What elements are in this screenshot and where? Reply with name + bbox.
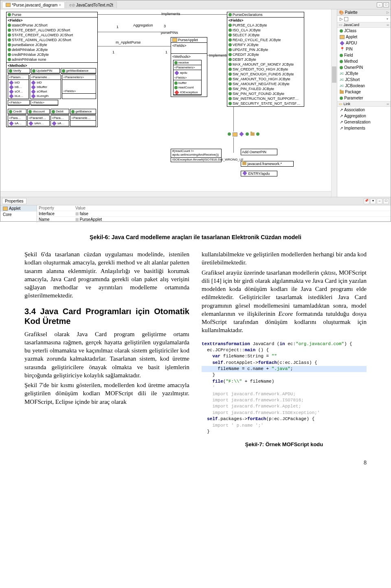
field-row[interactable]: purseBalance JCByte [8,42,96,47]
purse-class-box[interactable]: Purse <Fields> stateOfPurse JCShort STAT… [6,12,98,127]
code-text: ec.JCProject:: [202,348,245,352]
close-icon[interactable]: × [59,3,61,7]
category-core[interactable]: Core [0,211,37,218]
params-header: <Paramete… [30,75,61,80]
field-row[interactable]: MAX_AMOUNT_OF_MONEY JCByte [228,62,303,67]
params-box[interactable]: <Para…sA… [8,115,26,126]
field-row[interactable]: STATE_ADMIN_ALLOWED JCShort [8,37,96,42]
palette-group-link[interactable]: ▭ Link∞ [337,101,391,107]
palette-item-aggregation[interactable]: ↗Aggregation [337,113,391,119]
method-credit[interactable]: Credit [8,109,26,115]
chevron-right-icon[interactable]: ▷ [387,11,389,14]
tab-diagram[interactable]: *Purse.javacard_diagram × [2,2,65,8]
package-framework[interactable]: javacard.framework.* [241,161,294,167]
if-block-box[interactable]: if(readCount != apdu.setIncomingAndRecei… [171,149,222,162]
field-row[interactable]: creditPINValue JCByte [8,52,96,57]
apdu-icon[interactable] [239,132,244,136]
palette-select-tool[interactable]: ▷▾ [337,16,391,22]
scrollbar-vertical[interactable] [331,9,337,197]
fields-box[interactable]: <Fields> [31,100,58,106]
palette-item-implements[interactable]: ↗Implements [337,125,391,131]
add-ownerpin-button[interactable]: Add OwnerPIN [241,149,277,155]
field-row[interactable]: SW_AMOUNT_TOO_HIGH JCByte [228,77,303,81]
field-row[interactable]: SW_CREDIT_TOO_HIGH JCByte [228,67,303,72]
pursedecl-box[interactable]: PurseDeclarations <Fields> PURSE_CLA JCB… [227,12,304,107]
fields-box[interactable]: <Fields> [8,100,30,106]
palette-item-ownerpin[interactable]: OwnerPIN [337,64,391,70]
field-row[interactable]: ISO_CLA JCByte [228,28,303,33]
field-row[interactable]: SELECT JCByte [228,33,303,37]
params-box[interactable]: <Paramete… bID bBuffer sOffset bLength [30,75,61,99]
tab-properties[interactable]: Properties [2,198,26,204]
method-updatepin[interactable]: UpdatePIN [31,68,60,74]
field-row[interactable]: debitPINValue JCByte [8,47,96,52]
palette-item-applet[interactable]: Applet [337,34,391,40]
entry-apdu[interactable]: ENTRY/apdu [241,171,277,176]
method-verify[interactable]: Verify [8,68,30,74]
class-icon[interactable] [228,132,231,136]
palette-item-field[interactable]: Field [337,52,391,58]
palette-item-apdu[interactable]: APDU [337,40,391,46]
field-row[interactable]: SW_PIN_NOT_FOUND JCByte [228,91,303,96]
field-row[interactable]: STATE_DEBIT_ALLOWED JCShort [8,28,96,33]
params-box[interactable]: <Parameters> <Fields> [62,75,96,99]
maximize-button[interactable]: □ [383,198,389,204]
prop-value[interactable]: ⊞ false [74,211,391,217]
prop-name: Interface [37,211,74,217]
tab-m2t[interactable]: e⊘ JavaCardToText.m2t [66,2,117,8]
field-row[interactable]: READ_CYCLIC_FILE JCByte [228,37,303,42]
params-box[interactable]: <Paramet…sAm… [27,115,50,126]
field-row[interactable]: SW_AMOUNT_NEGATIVE JCByte [228,81,303,86]
field-row[interactable]: SW_NOT_ENOUGH_FUNDS JCByte [228,72,303,77]
params-box[interactable]: <Param… bID bB… sOf… bLe… [8,75,29,99]
prop-value[interactable]: ⊞ PurseApplet [74,217,391,222]
field-row[interactable]: STATE_CREDIT_ALLOWED JCShort [8,33,96,37]
field-row[interactable]: UPDATE_PIN JCByte [228,47,303,52]
category-applet[interactable]: Applet [0,205,37,211]
view-menu-button[interactable]: ▾ [370,198,376,204]
palette-item-jcshort[interactable]: JCJCShort [337,77,391,83]
diagram-canvas[interactable]: Implements Aggregation pursePINs m_Apple… [0,9,337,197]
receive-method[interactable]: receive <Parameters> apdu <Fields> buffe… [173,60,202,95]
field-icon [228,97,232,100]
conn-pursepins-label: pursePINs [161,31,178,35]
palette-header[interactable]: 🎨 Palette ▷ [337,9,391,16]
minimize-button[interactable]: – [377,2,382,7]
field-row[interactable]: VERIFY JCByte [228,42,303,47]
scrollbar-thumb[interactable] [332,66,336,83]
field-row[interactable]: stateOfPurse JCShort [8,23,96,28]
field-row[interactable]: DEBIT JCByte [228,57,303,62]
field-icon [228,58,232,61]
method-icon[interactable] [246,132,249,136]
field-row[interactable]: SW_SECURITY_STATE_NOT_SATISF… [228,101,303,106]
scrollbar-horizontal[interactable] [0,191,331,197]
method-getbalance[interactable]: getBalance [70,109,96,115]
palette-group-javacard[interactable]: ▭ JavaCard∞ [337,22,391,28]
palette-item-jclass[interactable]: JClass [337,28,391,34]
palette-item-pin[interactable]: 📍PIN [337,46,391,52]
maximize-button[interactable]: □ [383,2,389,7]
palette-item-jcboolean[interactable]: JCJCBoolean [337,83,391,89]
field-row[interactable]: adminPINValue none [8,57,96,62]
field-row[interactable]: CREDIT JCByte [228,52,303,57]
applet-icon[interactable] [233,132,237,137]
palette-item-association[interactable]: ↗Association [337,107,391,113]
field-row[interactable]: SW_INSTRUCTION_NOT_SUPPORT… [228,96,303,101]
package-icon[interactable] [250,132,255,136]
palette-item-jcbyte[interactable]: JCJCByte [337,70,391,77]
palette-item-parameter[interactable]: Parameter [337,95,391,101]
palette-item-package[interactable]: Package [337,89,391,95]
palette-item-generalization[interactable]: ↗Generalization [337,119,391,125]
field-row[interactable]: PURSE_CLA JCByte [228,23,303,28]
minimize-button[interactable]: – [377,198,382,204]
pin-button[interactable]: 📌 [364,198,369,204]
params-box[interactable]: <Para…sA… [51,115,69,126]
method-debit[interactable]: Debit [51,109,69,115]
palette-item-method[interactable]: Method [337,58,391,64]
param-icon[interactable] [256,132,259,136]
method-getmaxbalance[interactable]: getMaxBalance [61,68,96,74]
field-row[interactable]: SW_PIN_FAILED JCByte [228,86,303,91]
purseapplet-box[interactable]: PurseApplet <Fields> <Methods> receive <… [171,37,207,97]
method-discount[interactable]: discount [27,109,50,115]
params-box[interactable]: <Paramete… [70,115,96,126]
